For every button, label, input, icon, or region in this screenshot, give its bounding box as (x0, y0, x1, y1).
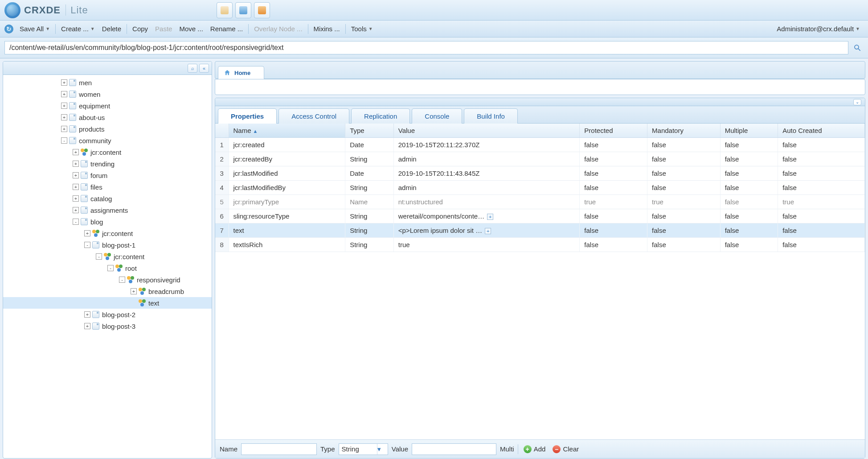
tab-properties[interactable]: Properties (218, 108, 277, 124)
expand-icon[interactable]: + (73, 207, 79, 213)
tree-node-files[interactable]: +files (3, 181, 212, 193)
expand-icon[interactable]: + (61, 126, 67, 132)
col-type[interactable]: Type (345, 124, 394, 138)
collapse-icon[interactable]: - (61, 137, 67, 144)
expand-icon[interactable]: + (73, 149, 79, 155)
tree-node-jcr-content[interactable]: +jcr:content (3, 146, 212, 158)
tree-node-responsivegrid[interactable]: -responsivegrid (3, 274, 212, 285)
tree-find-button[interactable]: ⌕ (188, 64, 197, 73)
separator (518, 444, 518, 454)
tree-node-blog-post-3[interactable]: +blog-post-3 (3, 320, 212, 332)
cell: false (778, 181, 865, 195)
expand-icon[interactable]: + (61, 114, 67, 120)
expand-icon[interactable]: + (84, 230, 90, 236)
tab-replication[interactable]: Replication (351, 108, 410, 124)
expand-icon[interactable]: + (84, 311, 90, 318)
expand-icon[interactable]: + (73, 172, 79, 178)
tree-node-blog-post-2[interactable]: +blog-post-2 (3, 309, 212, 320)
save-all-button[interactable]: Save All▼ (16, 25, 53, 33)
expand-icon[interactable]: + (84, 323, 90, 329)
add-button[interactable]: + Add (522, 444, 548, 454)
panel-collapse-button[interactable]: ⌄ (853, 99, 861, 105)
expand-icon[interactable]: + (61, 91, 67, 97)
tree-node-community[interactable]: -community (3, 135, 212, 146)
table-row[interactable]: 3jcr:lastModifiedDate2019-10-15T20:11:43… (215, 166, 865, 181)
rename-button[interactable]: Rename ... (207, 25, 246, 33)
tree-node-breadcrumb[interactable]: +breadcrumb (3, 285, 212, 297)
tree-node-products[interactable]: +products (3, 123, 212, 135)
collapse-icon[interactable]: - (84, 242, 90, 248)
col-value[interactable]: Value (393, 124, 580, 138)
collapse-icon[interactable]: - (107, 265, 114, 271)
home-tab[interactable]: Home (218, 66, 264, 79)
dev-tools-button[interactable] (217, 2, 233, 18)
tools-button[interactable]: Tools▼ (348, 25, 377, 33)
tree-node-about-us[interactable]: +about-us (3, 112, 212, 123)
tree-node-jcr-content[interactable]: -jcr:content (3, 251, 212, 262)
tree-body[interactable]: +men+women+equipment+about-us+products-c… (3, 75, 212, 458)
col-protected[interactable]: Protected (580, 124, 647, 138)
refresh-icon[interactable] (4, 25, 13, 33)
package-manager-button[interactable] (235, 2, 251, 18)
table-row[interactable]: 7textString<p>Lorem ipsum dolor sit …+fa… (215, 223, 865, 238)
prop-value-input[interactable] (412, 443, 496, 455)
tree-node-blog-post-1[interactable]: -blog-post-1 (3, 239, 212, 251)
prop-type-select[interactable]: String ▾ (339, 443, 388, 455)
expand-icon[interactable]: + (73, 184, 79, 190)
bundle-button[interactable] (254, 2, 270, 18)
table-row[interactable]: 5jcr:primaryTypeNament:unstructuredtruet… (215, 195, 865, 209)
name-label: Name (220, 445, 237, 453)
expand-icon[interactable]: + (61, 79, 67, 86)
expand-icon[interactable]: + (73, 161, 79, 167)
col-multiple[interactable]: Multiple (720, 124, 778, 138)
user-menu[interactable]: Administrator@crx.default▼ (773, 25, 864, 33)
collapse-icon[interactable]: - (73, 219, 79, 225)
tab-console[interactable]: Console (412, 108, 462, 124)
tree-node-women[interactable]: +women (3, 88, 212, 100)
clear-button[interactable]: – Clear (551, 444, 581, 454)
table-row[interactable]: 4jcr:lastModifiedByStringadminfalsefalse… (215, 181, 865, 195)
tree-node-forum[interactable]: +forum (3, 170, 212, 181)
move-button[interactable]: Move ... (176, 25, 206, 33)
tree-node-catalog[interactable]: +catalog (3, 193, 212, 204)
search-button[interactable] (851, 41, 864, 54)
copy-button[interactable]: Copy (129, 25, 151, 33)
col-name[interactable]: Name▲ (229, 124, 345, 138)
tree-node-blog[interactable]: -blog (3, 216, 212, 227)
path-input[interactable] (4, 41, 848, 54)
table-row[interactable]: 2jcr:createdByStringadminfalsefalsefalse… (215, 152, 865, 166)
col-auto-created[interactable]: Auto Created (778, 124, 865, 138)
search-icon (853, 44, 861, 52)
tree-node-assignments[interactable]: +assignments (3, 204, 212, 216)
overlay-node-button[interactable]: Overlay Node ... (250, 25, 306, 33)
tree-node-label: men (79, 79, 92, 87)
col-mandatory[interactable]: Mandatory (647, 124, 721, 138)
tab-build-info[interactable]: Build Info (464, 108, 518, 124)
cell: false (778, 209, 865, 223)
expand-icon[interactable]: + (131, 288, 137, 294)
tree-collapse-button[interactable]: « (199, 64, 209, 73)
table-row[interactable]: 6sling:resourceTypeStringweretail/compon… (215, 209, 865, 223)
multi-label[interactable]: Multi (500, 445, 514, 453)
expand-value-icon[interactable]: + (485, 228, 491, 234)
table-row[interactable]: 1jcr:createdDate2019-10-15T20:11:22.370Z… (215, 138, 865, 152)
tree-node-text[interactable]: text (3, 297, 212, 309)
expand-value-icon[interactable]: + (487, 214, 493, 220)
tree-node-trending[interactable]: +trending (3, 158, 212, 170)
expand-icon[interactable]: + (73, 195, 79, 202)
collapse-icon[interactable]: - (96, 253, 102, 260)
prop-name-input[interactable] (241, 443, 317, 455)
mixins-button[interactable]: Mixins ... (310, 25, 344, 33)
paste-button[interactable]: Paste (151, 25, 176, 33)
table-row[interactable]: 8textIsRichStringtruefalsefalsefalsefals… (215, 238, 865, 252)
tree-node-root[interactable]: -root (3, 262, 212, 274)
collapse-icon[interactable]: - (119, 277, 125, 283)
tree-node-men[interactable]: +men (3, 77, 212, 88)
create-button[interactable]: Create ...▼ (57, 25, 98, 33)
expand-icon[interactable]: + (61, 103, 67, 109)
tree-node-jcr-content[interactable]: +jcr:content (3, 227, 212, 239)
tab-access-control[interactable]: Access Control (278, 108, 349, 124)
delete-button[interactable]: Delete (98, 25, 125, 33)
tree-node-equipment[interactable]: +equipment (3, 100, 212, 112)
separator (345, 24, 346, 34)
